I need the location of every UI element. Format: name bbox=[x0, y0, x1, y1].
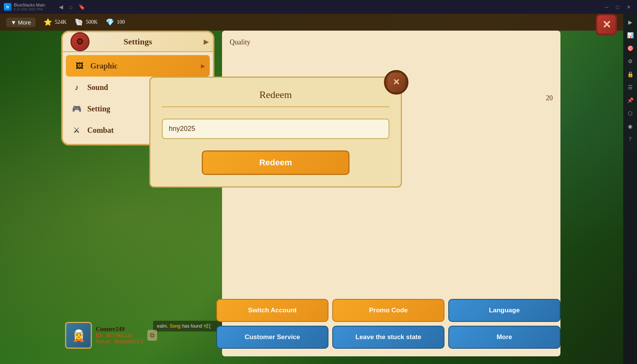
quality-label: Quality bbox=[230, 38, 553, 46]
sidebar-lock-icon[interactable]: 🔒 bbox=[625, 69, 635, 80]
quality-number: 20 bbox=[546, 94, 553, 102]
gem-icon: 💎 bbox=[105, 18, 114, 27]
user-server-label: Server: bbox=[96, 339, 111, 344]
user-name: Conner249 bbox=[96, 326, 144, 333]
redeem-title: Redeem bbox=[162, 89, 389, 107]
gem-value: 100 bbox=[117, 19, 125, 25]
sound-icon: ♪ bbox=[70, 81, 83, 93]
star-value: 524K bbox=[55, 19, 67, 25]
bluestacks-icon: B bbox=[4, 3, 11, 11]
minimize-button[interactable]: ─ bbox=[602, 3, 611, 11]
chat-highlight-name: Song bbox=[170, 323, 180, 329]
combat-icon: ⚔ bbox=[70, 124, 83, 136]
bottom-action-buttons: Switch Account Promo Code Language Custo… bbox=[216, 299, 560, 349]
switch-account-button[interactable]: Switch Account bbox=[216, 299, 328, 322]
user-id-label: ID: bbox=[96, 333, 103, 338]
window-close-button[interactable]: ✕ bbox=[624, 3, 634, 11]
menu-item-graphic[interactable]: 🖼 Graphic bbox=[66, 55, 210, 77]
language-button[interactable]: Language bbox=[448, 299, 560, 322]
right-sidebar: ▶ 📊 🎯 ⚙ 🔒 ☰ 📌 ⬡ ◉ ? bbox=[623, 14, 637, 364]
redeem-submit-button[interactable]: Redeem bbox=[202, 150, 350, 175]
more-dropdown-icon: ▼ bbox=[11, 19, 16, 26]
sidebar-circle-icon[interactable]: ◉ bbox=[625, 121, 635, 132]
promo-code-button[interactable]: Promo Code bbox=[332, 299, 444, 322]
user-details: Conner249 ID: 3071805226 Server: Rebirth… bbox=[96, 326, 144, 345]
user-info: 🧝 Conner249 ID: 3071805226 Server: Rebir… bbox=[65, 322, 157, 349]
top-button-row: Switch Account Promo Code Language bbox=[216, 299, 560, 322]
titlebar-navigation: ◀ ⌂ 🔖 bbox=[57, 2, 87, 11]
settings-gear-icon: ⚙ bbox=[70, 32, 90, 51]
settings-title: Settings bbox=[124, 37, 152, 47]
settings-close-button[interactable]: ✕ bbox=[596, 14, 617, 35]
user-id-row: ID: 3071805226 bbox=[96, 333, 144, 339]
shell-value: 500K bbox=[86, 19, 98, 25]
redeem-code-input[interactable] bbox=[162, 119, 389, 139]
user-id-value: 3071805226 bbox=[106, 333, 132, 338]
shell-icon: 🐚 bbox=[74, 18, 83, 27]
sidebar-gear-icon[interactable]: ⚙ bbox=[625, 56, 635, 67]
app-logo: B BlueStacks Main 5.21.656.1001 P64 bbox=[0, 3, 49, 11]
redeem-close-button[interactable]: ✕ bbox=[384, 70, 408, 95]
sidebar-chart-icon[interactable]: 📊 bbox=[625, 30, 635, 41]
combat-label: Combat bbox=[87, 126, 114, 135]
gem-resource: 💎 100 bbox=[105, 18, 125, 27]
sound-label: Sound bbox=[87, 83, 108, 92]
chat-text-after: has found 🌿[ bbox=[182, 323, 210, 329]
top-game-bar: ▼ More ⭐ 524K 🐚 500K 💎 100 ✕ bbox=[0, 14, 623, 31]
setting-icon: 🎮 bbox=[70, 103, 83, 115]
more-dropdown-button[interactable]: ▼ More bbox=[6, 18, 36, 27]
settings-arrow-right-icon: ▶ bbox=[204, 38, 209, 46]
user-server-value: RebirthEST-2 bbox=[114, 339, 144, 344]
titlebar: B BlueStacks Main 5.21.656.1001 P64 ◀ ⌂ … bbox=[0, 0, 637, 14]
setting-label: Setting bbox=[87, 104, 110, 113]
window-controls: ─ □ ✕ bbox=[602, 3, 637, 11]
graphic-label: Graphic bbox=[90, 62, 118, 70]
app-name: BlueStacks Main bbox=[14, 3, 45, 7]
redeem-input-container bbox=[162, 119, 389, 139]
sidebar-play-icon[interactable]: ▶ bbox=[625, 17, 635, 28]
redeem-close-x: ✕ bbox=[393, 77, 400, 87]
shell-resource: 🐚 500K bbox=[74, 18, 98, 27]
more-dropdown-label: More bbox=[18, 19, 31, 26]
star-resource: ⭐ 524K bbox=[43, 18, 67, 27]
sidebar-question-icon[interactable]: ? bbox=[625, 134, 635, 145]
bookmark-button[interactable]: 🔖 bbox=[76, 2, 87, 11]
leave-stuck-button[interactable]: Leave the stuck state bbox=[332, 326, 444, 349]
maximize-button[interactable]: □ bbox=[613, 3, 622, 11]
chat-text-before: ealm. bbox=[157, 323, 168, 329]
sidebar-pin-icon[interactable]: 📌 bbox=[625, 95, 635, 106]
more-button[interactable]: More bbox=[448, 326, 560, 349]
back-button[interactable]: ◀ bbox=[57, 2, 65, 11]
app-version: 5.21.656.1001 P64 bbox=[14, 7, 45, 11]
customer-service-button[interactable]: Customer Service bbox=[216, 326, 328, 349]
redeem-close-icon: ✕ bbox=[388, 73, 405, 91]
user-server-row: Server: RebirthEST-2 bbox=[96, 339, 144, 345]
sidebar-list-icon[interactable]: ☰ bbox=[625, 82, 635, 93]
graphic-icon: 🖼 bbox=[74, 60, 86, 72]
sidebar-target-icon[interactable]: 🎯 bbox=[625, 43, 635, 54]
redeem-modal: ✕ Redeem Redeem bbox=[149, 77, 402, 188]
bottom-button-row: Customer Service Leave the stuck state M… bbox=[216, 326, 560, 349]
home-button[interactable]: ⌂ bbox=[67, 2, 75, 11]
sidebar-hex-icon[interactable]: ⬡ bbox=[625, 108, 635, 119]
copy-id-button[interactable]: ⧉ bbox=[147, 330, 157, 341]
user-avatar: 🧝 bbox=[65, 322, 92, 349]
settings-header: ⚙ Settings ▶ bbox=[63, 32, 213, 52]
star-icon: ⭐ bbox=[43, 18, 52, 27]
